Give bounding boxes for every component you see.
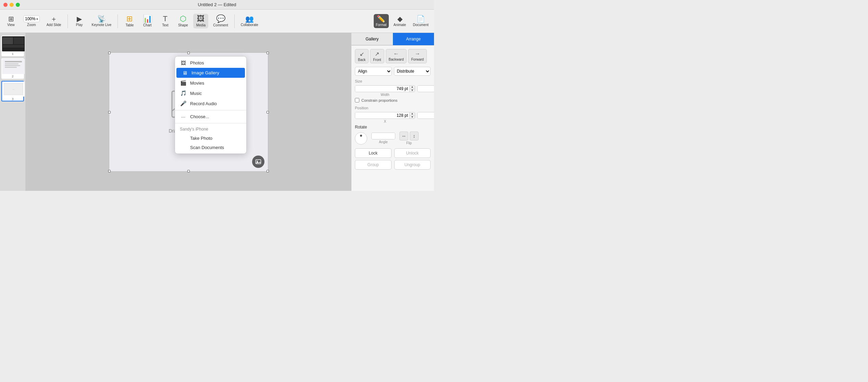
view-icon: ⊞ — [8, 15, 14, 22]
width-stepper: ▲ ▼ — [409, 86, 415, 92]
width-field: ▲ ▼ Width — [355, 85, 415, 97]
handle-bottom-right[interactable] — [266, 170, 269, 172]
x-field: ▲ ▼ X — [355, 112, 415, 123]
text-button[interactable]: T Text — [158, 14, 173, 28]
ungroup-button[interactable]: Ungroup — [394, 160, 431, 170]
handle-bottom-center[interactable] — [187, 170, 190, 172]
maximize-button[interactable] — [16, 3, 20, 7]
flip-horizontal-button[interactable]: ↔ — [399, 132, 408, 140]
minimize-button[interactable] — [10, 3, 14, 7]
document-button[interactable]: 📄 Document — [411, 14, 431, 28]
document-icon: 📄 — [417, 15, 425, 22]
zoom-button[interactable]: 100% ▾ Zoom — [21, 14, 42, 28]
front-button[interactable]: ↗ Front — [370, 49, 384, 63]
handle-top-right[interactable] — [266, 52, 269, 54]
menu-item-scan-documents[interactable]: Scan Documents — [175, 143, 246, 152]
menu-item-record-audio[interactable]: 🎤 Record Audio — [175, 98, 246, 109]
forward-button[interactable]: → Forward — [408, 49, 427, 63]
handle-top-center[interactable] — [187, 52, 190, 54]
svg-rect-2 — [14, 37, 24, 44]
height-input[interactable] — [418, 86, 434, 92]
traffic-lights — [3, 3, 20, 7]
menu-item-photos[interactable]: 🖼 Photos — [175, 58, 246, 68]
main-layout: 1 2 ··· — [0, 33, 434, 191]
position-row: ▲ ▼ X ▲ ▼ Y — [355, 112, 431, 123]
constrain-checkbox[interactable] — [355, 98, 359, 102]
menu-item-choose[interactable]: ··· Choose... — [175, 112, 246, 122]
backward-button[interactable]: ← Backward — [386, 49, 407, 63]
menu-item-take-photo[interactable]: Take Photo — [175, 134, 246, 143]
lock-button[interactable]: Lock — [355, 148, 392, 158]
forward-label: Forward — [411, 58, 424, 61]
chart-icon: 📊 — [143, 15, 152, 23]
view-button[interactable]: ⊞ View — [3, 14, 18, 28]
front-icon: ↗ — [375, 51, 379, 57]
menu-item-movies[interactable]: 🎬 Movies — [175, 78, 246, 88]
animate-icon: ◆ — [397, 15, 402, 22]
view-label: View — [7, 23, 15, 27]
right-panel: Gallery Arrange ↙ Back ↗ Front — [351, 33, 434, 191]
document-label: Document — [413, 23, 429, 27]
table-button[interactable]: ⊞ Table — [122, 14, 137, 28]
menu-separator-2 — [175, 123, 246, 123]
unlock-button[interactable]: Unlock — [394, 148, 431, 158]
constrain-label: Constrain proportions — [361, 98, 397, 102]
x-input[interactable] — [355, 112, 409, 119]
y-field-inner: ▲ ▼ — [417, 112, 434, 119]
add-slide-button[interactable]: ＋ Add Slide — [45, 14, 63, 28]
slide-thumb-1[interactable]: 1 — [1, 36, 24, 56]
y-input[interactable] — [418, 112, 434, 119]
comment-label: Comment — [213, 23, 228, 27]
zoom-value: 100% — [25, 16, 36, 21]
scan-documents-label: Scan Documents — [190, 145, 224, 150]
play-button[interactable]: ▶ Play — [72, 14, 87, 28]
back-button[interactable]: ↙ Back — [355, 49, 369, 63]
align-select[interactable]: Align — [355, 67, 392, 76]
handle-top-left[interactable] — [108, 52, 111, 54]
keynote-live-label: Keynote Live — [92, 23, 112, 27]
angle-input[interactable] — [372, 133, 395, 139]
distribute-select[interactable]: Distribute — [394, 67, 431, 76]
shape-button[interactable]: ⬡ Shape — [175, 14, 190, 28]
angle-field-inner: ▲ ▼ — [371, 133, 395, 139]
tab-gallery[interactable]: Gallery — [351, 33, 393, 45]
iphone-section-label: Sandy's iPhone — [180, 127, 208, 132]
menu-item-music[interactable]: 🎵 Music — [175, 88, 246, 98]
format-label: Format — [376, 23, 387, 27]
slide-thumbnail-svg-2 — [2, 59, 25, 74]
chart-button[interactable]: 📊 Chart — [140, 14, 155, 28]
handle-bottom-left[interactable] — [108, 170, 111, 172]
format-button[interactable]: ✏️ Format — [374, 14, 389, 28]
rotate-controls: ▲ ▼ Angle ↔ ↕ Flip — [355, 132, 431, 145]
tab-arrange[interactable]: Arrange — [393, 33, 434, 45]
slide-thumb-3[interactable]: ··· 3 — [1, 81, 24, 101]
handle-middle-right[interactable] — [266, 111, 269, 113]
x-down-button[interactable]: ▼ — [410, 116, 415, 119]
gallery-badge[interactable] — [252, 156, 264, 168]
right-panel-tabs: Gallery Arrange — [351, 33, 434, 46]
animate-button[interactable]: ◆ Animate — [392, 14, 408, 28]
flip-buttons: ↔ ↕ — [399, 132, 419, 140]
collaborate-button[interactable]: 👥 Collaborate — [239, 14, 260, 28]
handle-middle-left[interactable] — [108, 111, 111, 113]
rotate-dial[interactable] — [355, 132, 367, 145]
height-field: ▲ ▼ Height — [417, 85, 434, 97]
menu-item-image-gallery[interactable]: 🖥 Image Gallery — [176, 68, 245, 78]
slide-thumb-2[interactable]: 2 — [1, 58, 24, 79]
add-slide-icon: ＋ — [50, 15, 57, 22]
flip-label: Flip — [399, 141, 419, 145]
text-label: Text — [162, 23, 168, 27]
group-button[interactable]: Group — [355, 160, 392, 170]
height-field-inner: ▲ ▼ — [417, 85, 434, 92]
tab-arrange-label: Arrange — [406, 37, 421, 41]
comment-button[interactable]: 💬 Comment — [211, 14, 230, 28]
close-button[interactable] — [3, 3, 8, 7]
width-input[interactable] — [355, 86, 409, 92]
media-button[interactable]: 🖼 Media — [193, 14, 208, 28]
choose-label: Choose... — [190, 114, 209, 119]
group-ungroup-row: Group Ungroup — [355, 160, 431, 170]
width-down-button[interactable]: ▼ — [410, 89, 415, 92]
add-slide-label: Add Slide — [47, 23, 61, 27]
flip-vertical-button[interactable]: ↕ — [410, 132, 419, 140]
keynote-live-button[interactable]: 📡 Keynote Live — [90, 14, 114, 28]
